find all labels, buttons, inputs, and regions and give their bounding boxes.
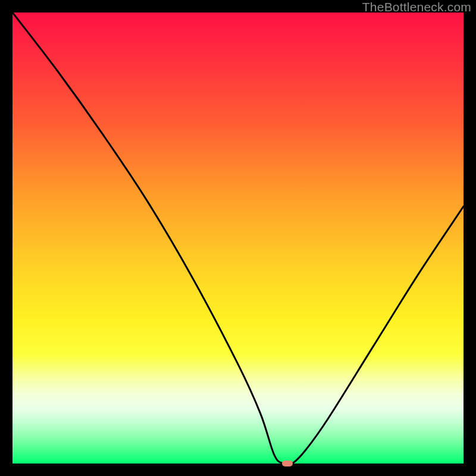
watermark-text: TheBottleneck.com — [362, 0, 471, 14]
bottleneck-curve — [12, 12, 464, 464]
curve-path — [12, 12, 464, 464]
optimum-marker — [282, 461, 293, 466]
chart-plot-area — [12, 12, 464, 464]
chart-frame: TheBottleneck.com — [0, 0, 476, 476]
